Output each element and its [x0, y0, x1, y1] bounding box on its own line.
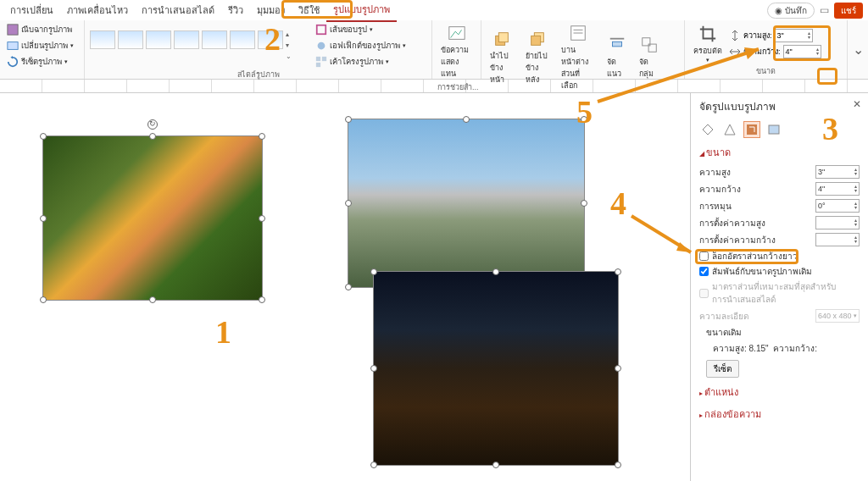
annotation-box-3: [817, 68, 837, 85]
annotation-box-size: [773, 25, 831, 61]
pane-width-spinner[interactable]: 4"▴▾: [815, 182, 860, 196]
pane-width-label: ความกว้าง: [699, 183, 741, 196]
pane-close-icon[interactable]: ✕: [853, 98, 861, 110]
pane-scale-w-label: การตั้งค่าความกว้าง: [699, 234, 776, 246]
change-picture-button[interactable]: เปลี่ยนรูปภาพ ▾: [5, 38, 75, 53]
remove-background-button[interactable]: ณีบฉากรูปภาพ: [5, 22, 74, 36]
pane-tab-picture-icon[interactable]: [765, 121, 782, 138]
svg-rect-3: [317, 25, 326, 34]
group-label-styles: สไตล์รูปภาพ: [90, 69, 426, 82]
svg-marker-25: [744, 47, 759, 59]
reset-picture-button[interactable]: รีเซ็ตรูปภาพ ▾: [5, 54, 70, 69]
picture-layout-button[interactable]: เค้าโครงรูปภาพ ▾: [314, 54, 408, 69]
annotation-box-4: [695, 249, 798, 264]
svg-marker-2: [10, 56, 13, 59]
tab-slideshow[interactable]: การนำเสนอสไลด์: [135, 0, 221, 21]
group-label-adjust: [5, 77, 79, 79]
share-button[interactable]: แชร์: [834, 3, 863, 19]
format-picture-pane: จัดรูปแบบรูปภาพ ✕ ขนาด ความสูง3"▴▾ ความก…: [690, 93, 868, 481]
svg-point-4: [318, 41, 326, 49]
svg-marker-21: [725, 124, 735, 135]
pane-height-label: ความสูง: [699, 166, 731, 179]
svg-rect-5: [316, 56, 320, 60]
resolution-label: ความละเอียด: [699, 310, 748, 323]
pane-scale-h-spinner[interactable]: ▴▾: [815, 216, 860, 229]
pane-rotation-label: การหมุน: [699, 200, 732, 213]
autosave-indicator[interactable]: ◉ บันทึก: [767, 3, 815, 19]
send-backward-button[interactable]: ย้ายไปข้างหลัง: [522, 28, 553, 87]
annotation-2: 2: [264, 20, 281, 58]
pane-rotation-spinner[interactable]: 0°▴▾: [815, 199, 860, 213]
slide-canvas[interactable]: [0, 93, 690, 481]
annotation-box-2: [281, 0, 353, 19]
svg-rect-7: [316, 62, 320, 66]
svg-rect-1: [8, 41, 18, 49]
resolution-select: 640 x 480▾: [815, 309, 860, 323]
orig-width: ความกว้าง:: [773, 344, 817, 353]
picture-effects-button[interactable]: เอฟเฟ็กต์ของรูปภาพ ▾: [314, 38, 408, 53]
svg-rect-22: [747, 124, 757, 135]
tab-animations[interactable]: ภาพเคลื่อนไหว: [60, 0, 135, 21]
alt-text-button[interactable]: ข้อความแสดงแทน: [437, 22, 476, 81]
svg-rect-23: [769, 125, 779, 134]
height-label: ความสูง:: [743, 30, 772, 41]
rotate-handle[interactable]: [147, 119, 158, 130]
pane-scale-h-label: การตั้งค่าความสูง: [699, 217, 765, 229]
annotation-arrow-4: [627, 212, 704, 263]
pane-scale-w-spinner[interactable]: ▴▾: [815, 233, 860, 246]
svg-rect-12: [531, 36, 541, 45]
orig-height: ความสูง: 8.15": [713, 344, 769, 353]
section-position[interactable]: ตำแหน่ง: [699, 384, 860, 400]
annotation-3: 3: [822, 110, 838, 147]
svg-rect-0: [8, 24, 18, 34]
pane-height-spinner[interactable]: 3"▴▾: [815, 165, 860, 179]
picture-2[interactable]: [348, 119, 585, 288]
svg-rect-6: [322, 56, 326, 60]
annotation-1: 1: [215, 313, 231, 351]
height-icon: [729, 30, 741, 41]
picture-border-button[interactable]: เส้นขอบรูป ▾: [314, 22, 408, 36]
present-icon[interactable]: ▭: [820, 4, 829, 16]
best-scale-checkbox: มาตราส่วนที่เหมาะสมที่สุดสำหรับการนำเสนอ…: [699, 280, 860, 306]
reset-button[interactable]: รีเซ็ต: [706, 360, 739, 378]
annotation-4: 4: [610, 185, 626, 222]
selection-pane-button[interactable]: บานหน้าต่างส่วนที่เลือก: [558, 22, 598, 93]
svg-rect-10: [498, 33, 508, 42]
ribbon-collapse-icon[interactable]: ⌄: [848, 20, 868, 79]
pane-tab-fill-icon[interactable]: [699, 121, 716, 138]
annotation-5: 5: [576, 93, 593, 130]
picture-1[interactable]: [42, 135, 263, 301]
relative-original-checkbox[interactable]: สัมพันธ์กับขนาดรูปภาพเดิม: [699, 265, 860, 278]
original-size-label: ขนาดเดิม: [706, 326, 860, 339]
picture-3[interactable]: [373, 271, 619, 466]
section-textbox[interactable]: กล่องข้อความ: [699, 406, 860, 422]
tab-transitions[interactable]: การเปลี่ยน: [3, 0, 60, 21]
ribbon-tabs: การเปลี่ยน ภาพเคลื่อนไหว การนำเสนอสไลด์ …: [0, 0, 868, 20]
pane-tab-effects-icon[interactable]: [721, 121, 738, 138]
pane-tab-size-icon[interactable]: [743, 121, 760, 138]
bring-forward-button[interactable]: นำไปข้างหน้า: [487, 28, 517, 87]
tab-review[interactable]: รีวิว: [221, 0, 250, 21]
annotation-arrow-5: [593, 42, 771, 110]
